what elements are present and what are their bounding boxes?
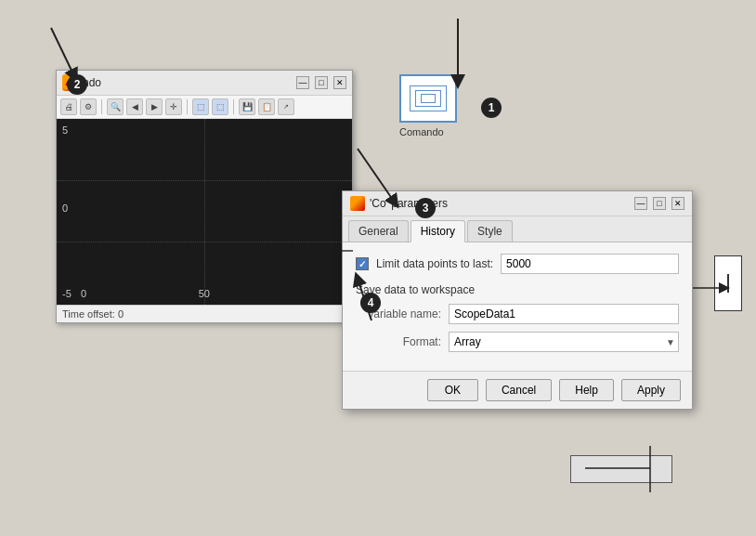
- tab-style[interactable]: Style: [467, 220, 513, 242]
- bottom-block-box: [570, 455, 672, 483]
- params-maximize-button[interactable]: □: [653, 197, 666, 210]
- step-fwd-icon[interactable]: ▶: [146, 98, 163, 115]
- zoom-rect2-icon[interactable]: ⬚: [212, 98, 228, 115]
- variable-name-input[interactable]: [449, 304, 679, 324]
- scope-minimize-button[interactable]: —: [296, 76, 309, 89]
- badge-1: 1: [481, 98, 502, 118]
- y-label-5: 5: [62, 124, 68, 136]
- help-button[interactable]: Help: [559, 379, 614, 401]
- badge-3: 3: [415, 198, 436, 218]
- scope-footer: Time offset: 0: [57, 305, 352, 322]
- params-title: 'Co' parameters: [370, 197, 448, 210]
- tab-history[interactable]: History: [411, 220, 465, 242]
- zoom-rect-icon[interactable]: ⬚: [192, 98, 209, 115]
- cursor-icon[interactable]: ✛: [165, 98, 182, 115]
- y-label-0: 0: [62, 203, 68, 214]
- format-label: Format:: [356, 335, 449, 348]
- step-back-icon[interactable]: ◀: [126, 98, 143, 115]
- y-label-neg5: -5: [62, 288, 72, 299]
- limit-data-label: Limit data points to last:: [376, 257, 493, 270]
- simulink-block[interactable]: [399, 74, 457, 123]
- settings-icon[interactable]: ⚙: [80, 98, 97, 115]
- ok-button[interactable]: OK: [427, 379, 478, 401]
- print-icon[interactable]: 🖨: [60, 98, 77, 115]
- simulink-area: Comando: [399, 74, 457, 137]
- right-block-area: [714, 255, 742, 311]
- save-icon[interactable]: 💾: [239, 98, 255, 115]
- tab-general[interactable]: General: [348, 220, 409, 242]
- right-block-box: [714, 255, 742, 311]
- scope-window: ndo — □ ✕ 🖨 ⚙ 🔍 ◀ ▶ ✛ ⬚ ⬚ 💾 📋 ↗ 5 0 -5 0…: [56, 70, 353, 323]
- copy-icon[interactable]: 📋: [258, 98, 275, 115]
- badge-2: 2: [67, 74, 87, 95]
- params-footer: OK Cancel Help Apply: [343, 371, 692, 409]
- scope-window-buttons: — □ ✕: [296, 76, 346, 89]
- toolbar-separator-1: [101, 99, 102, 114]
- bottom-right-block: [570, 455, 672, 483]
- toolbar-separator-3: [233, 99, 234, 114]
- params-close-button[interactable]: ✕: [671, 197, 684, 210]
- scope-toolbar: 🖨 ⚙ 🔍 ◀ ▶ ✛ ⬚ ⬚ 💾 📋 ↗: [57, 96, 352, 119]
- limit-data-input[interactable]: [501, 254, 679, 274]
- x-label-0: 0: [81, 288, 86, 299]
- limit-data-checkbox[interactable]: ✓: [356, 257, 369, 270]
- limit-data-row: ✓ Limit data points to last:: [356, 254, 679, 274]
- badge-4: 4: [360, 293, 381, 313]
- params-matlab-icon: [350, 196, 365, 211]
- variable-name-row: Variable name:: [356, 304, 679, 324]
- scope-plot: 5 0 -5 0 50: [57, 119, 352, 305]
- cancel-button[interactable]: Cancel: [486, 379, 552, 401]
- params-minimize-button[interactable]: —: [634, 197, 647, 210]
- zoom-in-icon[interactable]: 🔍: [107, 98, 124, 115]
- params-window-buttons: — □ ✕: [634, 197, 684, 210]
- params-body: ✓ Limit data points to last: Save data t…: [343, 242, 692, 371]
- scope-close-button[interactable]: ✕: [333, 76, 346, 89]
- apply-button[interactable]: Apply: [621, 379, 681, 401]
- scope-maximize-button[interactable]: □: [315, 76, 328, 89]
- format-row: Format: Array Structure Structure with t…: [356, 332, 679, 352]
- save-section-label: Save data to workspace: [356, 283, 679, 296]
- params-titlebar: 'Co' parameters — □ ✕: [343, 191, 692, 216]
- scope-titlebar: ndo — □ ✕: [57, 71, 352, 96]
- simulink-block-label: Comando: [399, 126, 457, 137]
- checkbox-check-icon: ✓: [358, 259, 366, 269]
- format-select-wrap: Array Structure Structure with time ▼: [449, 332, 679, 352]
- params-dialog: 'Co' parameters — □ ✕ General History St…: [342, 190, 693, 410]
- toolbar-separator-2: [187, 99, 188, 114]
- params-tabs: General History Style: [343, 216, 692, 242]
- x-label-50: 50: [199, 288, 210, 299]
- simulink-block-inner: [410, 85, 447, 111]
- format-select[interactable]: Array Structure Structure with time: [449, 332, 679, 352]
- expand-icon[interactable]: ↗: [278, 98, 294, 115]
